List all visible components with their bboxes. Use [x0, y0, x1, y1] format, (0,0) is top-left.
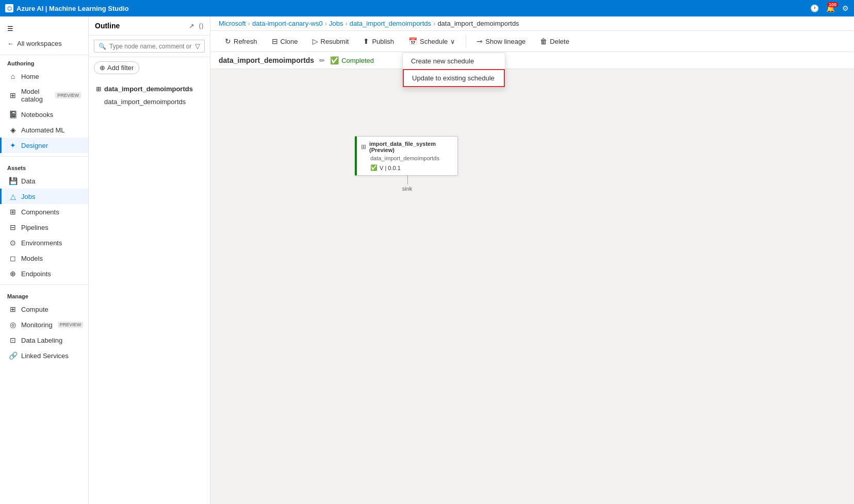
- sidebar-item-model-catalog[interactable]: ⊞ Model catalog PREVIEW: [0, 84, 88, 107]
- refresh-label: Refresh: [234, 38, 257, 45]
- hamburger-menu[interactable]: ☰: [0, 21, 88, 37]
- schedule-dropdown: Create new schedule Update to existing s…: [402, 53, 505, 88]
- model-catalog-icon: ⊞: [9, 91, 17, 99]
- show-lineage-button[interactable]: ⊸ Show lineage: [470, 34, 532, 48]
- show-lineage-label: Show lineage: [485, 38, 525, 45]
- outline-header: Outline ↗ ⟨⟩: [89, 16, 210, 36]
- refresh-icon: ↻: [225, 37, 231, 45]
- refresh-button[interactable]: ↻ Refresh: [219, 34, 264, 48]
- add-filter-label: Add filter: [107, 64, 134, 72]
- breadcrumb: Microsoft › data-import-canary-ws0 › Job…: [210, 16, 854, 31]
- job-status: ✅ Completed: [330, 56, 374, 64]
- sidebar-item-linked-services[interactable]: 🔗 Linked Services: [0, 348, 88, 363]
- sidebar-item-models[interactable]: ◻ Models: [0, 250, 88, 266]
- breadcrumb-job-id[interactable]: data_import_demoimportds: [350, 20, 431, 27]
- outline-filter: ⊕ Add filter: [89, 57, 210, 78]
- sidebar-item-designer[interactable]: ✦ Designer: [0, 138, 88, 153]
- outline-header-icons: ↗ ⟨⟩: [189, 22, 204, 30]
- all-workspaces-link[interactable]: ← All workspaces: [0, 37, 88, 51]
- endpoints-icon: ⊕: [9, 270, 17, 278]
- sidebar-item-model-catalog-label: Model catalog: [21, 88, 50, 103]
- outline-search-box: 🔍 ▽: [94, 40, 205, 53]
- sink-label: sink: [402, 186, 413, 192]
- sidebar-item-pipelines-label: Pipelines: [21, 224, 48, 231]
- sidebar-item-endpoints[interactable]: ⊕ Endpoints: [0, 266, 88, 281]
- update-existing-schedule-item[interactable]: Update to existing schedule: [403, 69, 505, 87]
- toolbar: ↻ Refresh ⊟ Clone ▷ Resubmit ⬆ Publish 📅…: [210, 31, 854, 52]
- tree-parent-item[interactable]: ⊞ data_import_demoimportds: [89, 82, 210, 95]
- schedule-button[interactable]: 📅 Schedule ∨: [402, 34, 462, 48]
- resubmit-button[interactable]: ▷ Resubmit: [306, 34, 355, 48]
- outline-collapse-icon[interactable]: ⟨⟩: [199, 22, 204, 30]
- sidebar: ☰ ← All workspaces Authoring ⌂ Home ⊞ Mo…: [0, 16, 89, 504]
- sidebar-item-automated-ml[interactable]: ◈ Automated ML: [0, 122, 88, 138]
- toolbar-separator: [466, 35, 466, 47]
- publish-icon: ⬆: [363, 37, 369, 45]
- schedule-label: Schedule: [420, 38, 448, 45]
- version-text: V | 0.0.1: [380, 165, 401, 171]
- sidebar-item-notebooks[interactable]: 📓 Notebooks: [0, 107, 88, 122]
- node-header: ⊞ import_data_file_system (Preview): [361, 141, 453, 153]
- notebooks-icon: 📓: [9, 110, 17, 119]
- notifications-icon[interactable]: 🔔 100: [826, 4, 835, 12]
- sidebar-item-monitoring[interactable]: ◎ Monitoring PREVIEW: [0, 317, 88, 332]
- schedule-chevron-icon: ∨: [450, 38, 455, 45]
- breadcrumb-workspace[interactable]: data-import-canary-ws0: [252, 20, 323, 27]
- sidebar-item-models-label: Models: [21, 255, 43, 262]
- sidebar-item-home[interactable]: ⌂ Home: [0, 69, 88, 84]
- sidebar-item-components[interactable]: ⊞ Components: [0, 204, 88, 220]
- pipelines-icon: ⊟: [9, 223, 17, 231]
- tree-child-label: data_import_demoimportds: [104, 98, 186, 106]
- linked-services-icon: 🔗: [9, 351, 17, 360]
- sidebar-item-home-label: Home: [21, 73, 39, 80]
- automated-ml-icon: ◈: [9, 126, 17, 134]
- tree-child-item[interactable]: data_import_demoimportds: [89, 95, 210, 108]
- node-title: import_data_file_system (Preview): [369, 141, 453, 153]
- sidebar-item-pipelines[interactable]: ⊟ Pipelines: [0, 220, 88, 235]
- breadcrumb-microsoft[interactable]: Microsoft: [219, 20, 246, 27]
- sidebar-item-data[interactable]: 💾 Data: [0, 173, 88, 189]
- add-filter-button[interactable]: ⊕ Add filter: [94, 61, 139, 74]
- hamburger-icon: ☰: [7, 25, 13, 32]
- sidebar-item-environments[interactable]: ⊙ Environments: [0, 235, 88, 250]
- resubmit-icon: ▷: [313, 37, 318, 45]
- assets-section-label: Assets: [0, 160, 88, 173]
- monitoring-icon: ◎: [9, 321, 17, 329]
- sidebar-item-jobs[interactable]: △ Jobs: [0, 189, 88, 204]
- app-logo: ⬡ Azure AI | Machine Learning Studio: [5, 4, 129, 12]
- pipeline-canvas[interactable]: ⊞ import_data_file_system (Preview) data…: [210, 69, 854, 504]
- publish-button[interactable]: ⬆ Publish: [357, 34, 400, 48]
- home-icon: ⌂: [9, 72, 17, 80]
- search-input[interactable]: [109, 43, 192, 50]
- clock-icon[interactable]: 🕐: [810, 4, 819, 12]
- sidebar-item-automated-ml-label: Automated ML: [21, 126, 65, 134]
- version-check-icon: ✅: [370, 164, 377, 171]
- edit-job-icon[interactable]: ✏: [319, 57, 325, 64]
- logo-icon: ⬡: [5, 4, 13, 12]
- authoring-section-label: Authoring: [0, 55, 88, 69]
- lineage-icon: ⊸: [477, 37, 483, 45]
- job-title: data_import_demoimportds: [219, 56, 314, 64]
- preview-badge: PREVIEW: [55, 92, 81, 98]
- environments-icon: ⊙: [9, 239, 17, 247]
- sidebar-item-data-labeling[interactable]: ⊡ Data Labeling: [0, 332, 88, 348]
- node-version: ✅ V | 0.0.1: [361, 164, 453, 171]
- outline-panel: Outline ↗ ⟨⟩ 🔍 ▽ ⊕ Add filter ⊞ data_imp…: [89, 16, 210, 504]
- pipeline-node[interactable]: ⊞ import_data_file_system (Preview) data…: [355, 136, 458, 176]
- clone-button[interactable]: ⊟ Clone: [266, 34, 304, 48]
- status-check-icon: ✅: [330, 56, 339, 64]
- create-new-schedule-item[interactable]: Create new schedule: [403, 53, 505, 69]
- search-icon: 🔍: [98, 43, 106, 50]
- outline-export-icon[interactable]: ↗: [189, 22, 194, 30]
- breadcrumb-jobs[interactable]: Jobs: [329, 20, 343, 27]
- breadcrumb-sep-1: ›: [248, 20, 250, 27]
- monitoring-preview-badge: PREVIEW: [58, 322, 84, 328]
- tree-parent-icon: ⊞: [96, 86, 101, 93]
- settings-icon[interactable]: ⚙: [842, 4, 849, 12]
- job-status-label: Completed: [341, 57, 374, 64]
- sidebar-item-compute[interactable]: ⊞ Compute: [0, 301, 88, 317]
- clone-label: Clone: [281, 38, 298, 45]
- search-filter-icon[interactable]: ▽: [195, 42, 200, 50]
- delete-button[interactable]: 🗑 Delete: [534, 34, 576, 48]
- notification-count: 100: [827, 2, 838, 7]
